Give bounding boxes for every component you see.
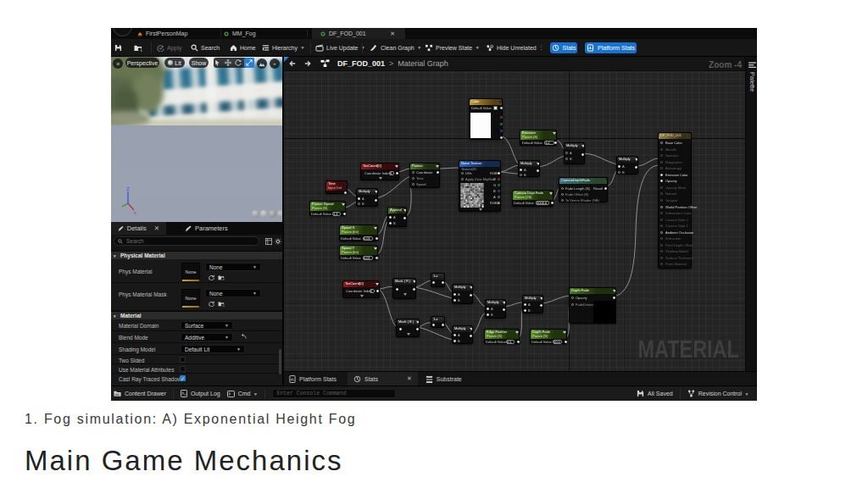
svg-text:Z: Z [126, 186, 130, 191]
svg-text:x: x [134, 210, 136, 215]
